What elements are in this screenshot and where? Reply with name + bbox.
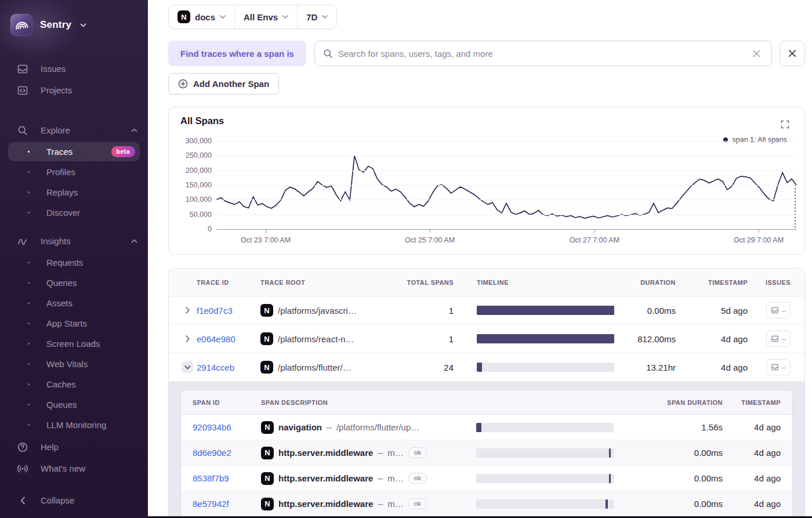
span-row[interactable]: 8538f7b9 N http.server.middleware – m… o… xyxy=(181,466,792,491)
trace-id-link[interactable]: f1e0d7c3 xyxy=(197,306,260,316)
timeline-bar xyxy=(477,306,614,315)
issues-icon xyxy=(771,306,779,314)
sidebar-item-requests[interactable]: Requests xyxy=(8,253,140,272)
nextjs-platform-icon: N xyxy=(261,472,274,485)
sidebar-item-label: Replays xyxy=(46,187,78,197)
sidebar-item-label: Screen Loads xyxy=(46,339,100,349)
spans-table-header: SPAN ID SPAN DESCRIPTION SPAN DURATION T… xyxy=(181,390,792,415)
series-line xyxy=(216,155,796,218)
span-desc-text: m… xyxy=(387,448,404,458)
span-id-link[interactable]: 8e57942f xyxy=(193,499,261,509)
chevron-down-icon xyxy=(322,15,328,19)
sidebar-section-insights[interactable]: Insights xyxy=(0,230,148,252)
sidebar-item-traces[interactable]: Traces beta xyxy=(8,142,140,161)
span-id-link[interactable]: 920934b6 xyxy=(193,422,261,432)
timeline-bar xyxy=(477,363,614,372)
issues-count-button[interactable]: – xyxy=(766,302,791,318)
span-id-link[interactable]: 8d6e90e2 xyxy=(193,448,261,458)
plus-circle-icon xyxy=(178,79,188,89)
nextjs-platform-icon: N xyxy=(260,304,273,317)
sidebar-item-help[interactable]: Help xyxy=(0,436,148,458)
remove-span-filter-button[interactable] xyxy=(780,41,805,66)
col-span-description: SPAN DESCRIPTION xyxy=(261,399,476,406)
total-spans: 1 xyxy=(390,306,454,316)
span-desc-text: /platforms/flutter/up… xyxy=(336,422,419,432)
sidebar-item-issues[interactable]: Issues xyxy=(0,58,148,79)
duration: 812.00ms xyxy=(614,334,676,344)
spacer xyxy=(0,223,148,228)
sidebar-item-caches[interactable]: Caches xyxy=(8,375,140,394)
span-id-link[interactable]: 8538f7b9 xyxy=(193,473,261,483)
span-op: navigation xyxy=(278,422,322,432)
sidebar-item-discover[interactable]: Discover xyxy=(8,203,140,222)
project-selector[interactable]: N docs xyxy=(169,5,234,28)
sidebar-item-queries[interactable]: Queries xyxy=(8,273,140,292)
sidebar-item-screen-loads[interactable]: Screen Loads xyxy=(8,334,140,353)
beta-badge: beta xyxy=(111,146,135,157)
issues-icon xyxy=(16,63,29,75)
expand-chart-icon[interactable] xyxy=(781,120,789,129)
sidebar-item-web-vitals[interactable]: Web Vitals xyxy=(8,354,140,374)
x-axis-tick-label: Oct 25 7:00 AM xyxy=(405,236,455,244)
issues-count-button[interactable]: – xyxy=(766,331,791,347)
chevron-down-icon[interactable] xyxy=(182,361,193,373)
date-range-selector[interactable]: 7D xyxy=(298,5,336,28)
chart-plot-wrap: 300,000250,000200,000150,000100,00050,00… xyxy=(169,141,804,249)
sidebar-item-whats-new[interactable]: What's new xyxy=(0,458,148,479)
gridline xyxy=(216,185,796,186)
span-timestamp: 4d ago xyxy=(723,422,781,432)
sidebar-item-projects[interactable]: Projects xyxy=(0,79,148,101)
issues-count-button[interactable]: – xyxy=(766,359,791,375)
clear-search-icon[interactable] xyxy=(750,47,763,60)
sidebar-collapse-button[interactable]: Collapse xyxy=(0,490,148,511)
span-search-input[interactable] xyxy=(338,49,750,59)
find-traces-chip[interactable]: Find traces where a span is xyxy=(168,41,306,66)
spacer xyxy=(0,101,148,117)
environment-selector[interactable]: All Envs xyxy=(235,5,297,28)
status-badge: ok xyxy=(408,498,427,509)
sidebar-item-replays[interactable]: Replays xyxy=(8,183,140,202)
add-another-span-button[interactable]: Add Another Span xyxy=(168,73,279,95)
span-description: http.server.middleware – m… ok xyxy=(278,447,476,458)
chart-plot[interactable]: 300,000250,000200,000150,000100,00050,00… xyxy=(216,141,796,229)
sidebar-item-label: Profiles xyxy=(46,167,75,177)
sidebar-item-assets[interactable]: Assets xyxy=(8,294,140,313)
span-op: http.server.middleware xyxy=(278,448,373,458)
spacer xyxy=(0,42,148,58)
x-axis-tick xyxy=(594,229,595,233)
chevron-right-icon[interactable] xyxy=(182,333,193,345)
span-row[interactable]: 8e57942f N http.server.middleware – m… o… xyxy=(181,491,792,517)
sidebar-item-profiles[interactable]: Profiles xyxy=(8,162,140,182)
sidebar-item-app-starts[interactable]: App Starts xyxy=(8,314,140,333)
timestamp: 4d ago xyxy=(676,334,748,344)
trace-row[interactable]: e064e980 N /platforms/react-n… 1 812.00m… xyxy=(169,325,804,353)
status-badge: ok xyxy=(408,447,427,458)
col-timeline: TIMELINE xyxy=(477,279,614,286)
chevron-right-icon[interactable] xyxy=(182,305,193,316)
sidebar-item-queues[interactable]: Queues xyxy=(8,395,140,414)
trace-row-expanded[interactable]: 2914cceb N /platforms/flutter/… 24 13.21… xyxy=(169,353,804,382)
col-span-id: SPAN ID xyxy=(193,399,261,406)
sidebar-section-explore[interactable]: Explore xyxy=(0,119,148,141)
dash-separator: – xyxy=(378,448,383,458)
trace-row[interactable]: f1e0d7c3 N /platforms/javascri… 1 0.00ms… xyxy=(169,296,804,325)
dash-separator: – xyxy=(378,473,383,484)
y-axis-tick-label: 250,000 xyxy=(186,151,212,160)
trace-id-link[interactable]: e064e980 xyxy=(197,334,260,344)
span-row[interactable]: 8d6e90e2 N http.server.middleware – m… o… xyxy=(181,440,792,466)
trace-id-link[interactable]: 2914cceb xyxy=(197,363,260,372)
col-timestamp: TIMESTAMP xyxy=(676,279,748,286)
spans-table: SPAN ID SPAN DESCRIPTION SPAN DURATION T… xyxy=(180,390,793,518)
trace-root: /platforms/react-n… xyxy=(278,334,390,344)
span-row[interactable]: 920934b6 N navigation – /platforms/flutt… xyxy=(181,415,792,440)
dash-separator: – xyxy=(378,499,383,509)
chevron-up-icon xyxy=(131,239,137,243)
span-description: http.server.middleware – m… ok xyxy=(278,473,476,484)
span-timeline-bar xyxy=(476,423,614,432)
span-timestamp: 4d ago xyxy=(723,473,781,483)
org-switcher[interactable]: Sentry xyxy=(0,0,148,42)
col-issues: ISSUES xyxy=(748,279,791,286)
sidebar-item-llm-monitoring[interactable]: LLM Monitoring xyxy=(8,415,140,434)
issues-count: – xyxy=(782,335,786,343)
sidebar-item-label: Assets xyxy=(46,298,72,308)
